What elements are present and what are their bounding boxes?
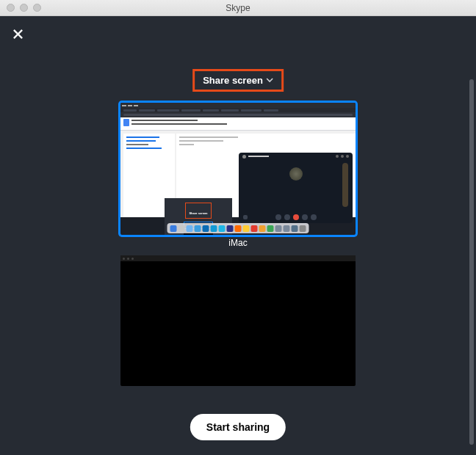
dock-app-icon [170, 225, 177, 232]
docs-toolbar [120, 117, 356, 131]
dock-app-icon [195, 225, 201, 232]
more-icon [311, 214, 317, 220]
dock-app-icon [243, 225, 250, 232]
dock-app-icon [227, 225, 234, 232]
macos-titlebar: Skype [0, 0, 476, 16]
participant-avatar [289, 167, 303, 181]
browser-urlbar [120, 112, 356, 117]
skype-call-window [239, 153, 353, 223]
share-source-dropdown[interactable]: Share screen [192, 69, 284, 92]
reactions-panel [342, 163, 348, 207]
dock-app-icon [284, 225, 290, 232]
chevron-down-icon [266, 76, 273, 84]
chat-icon [341, 155, 344, 158]
dock-app-icon [211, 225, 217, 232]
dock-app-icon [251, 225, 258, 232]
dock-app-icon [267, 225, 274, 232]
avatar-icon [346, 155, 349, 158]
close-icon [12, 29, 24, 40]
macos-dock [167, 223, 309, 233]
screen-thumbnail [120, 255, 356, 386]
google-docs-icon [123, 119, 129, 126]
screen-thumbnail: Share screen [120, 103, 356, 235]
screen-options: Share screen iMac [120, 103, 356, 393]
screen-option-label: iMac [120, 238, 356, 248]
dock-app-icon [300, 225, 306, 232]
dock-app-icon [187, 225, 193, 232]
dock-app-icon [235, 225, 242, 232]
call-name [248, 156, 269, 157]
screen-option-imac[interactable]: Share screen iMac [120, 103, 356, 248]
scrollbar[interactable] [469, 79, 474, 445]
dock-app-icon [292, 225, 298, 232]
dock-app-icon [203, 225, 209, 232]
docs-body: Share screen [120, 131, 356, 217]
avatar [242, 155, 246, 159]
share-icon [275, 214, 281, 220]
share-screen-panel: Share screen [0, 16, 476, 455]
start-sharing-button[interactable]: Start sharing [190, 414, 286, 440]
dock-app-icon [259, 225, 266, 232]
grid-icon [336, 155, 339, 158]
hangup-icon [293, 214, 299, 220]
menubar [120, 103, 356, 108]
mic-icon [284, 214, 290, 220]
dropdown-label: Share screen [203, 75, 263, 86]
close-button[interactable] [9, 25, 26, 43]
video-icon [302, 214, 308, 220]
dock-app-icon [219, 225, 226, 232]
window-title: Skype [0, 3, 476, 13]
dock-app-icon [275, 225, 282, 232]
expand-icon [243, 215, 248, 219]
screen-option-2[interactable] [120, 255, 356, 386]
dock-app-icon [178, 225, 185, 232]
scrollbar-thumb[interactable] [469, 79, 474, 445]
